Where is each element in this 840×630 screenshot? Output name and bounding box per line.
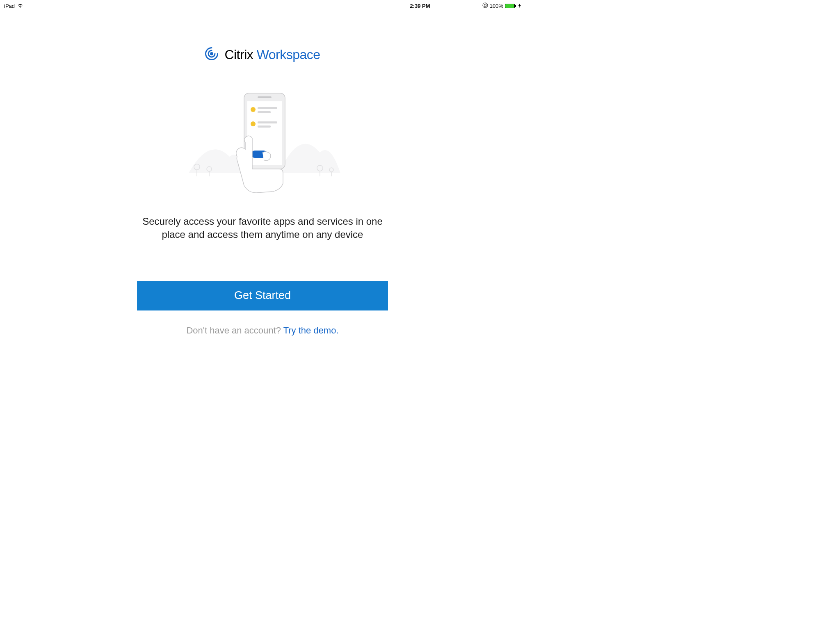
brand-text: Citrix Workspace xyxy=(224,47,320,62)
status-left: iPad xyxy=(4,3,23,9)
status-bar: iPad 2:39 PM 100% xyxy=(0,0,525,10)
svg-point-1 xyxy=(210,52,213,55)
hero-illustration xyxy=(176,87,349,195)
brand-citrix: Citrix xyxy=(224,47,253,62)
citrix-logo-icon xyxy=(205,47,219,62)
battery-percent: 100% xyxy=(490,3,503,9)
demo-prompt: Don't have an account? xyxy=(186,325,283,336)
svg-rect-12 xyxy=(258,96,272,98)
svg-rect-18 xyxy=(258,126,271,128)
battery-icon xyxy=(505,4,516,8)
main-content: Citrix Workspace xyxy=(0,10,525,336)
get-started-button[interactable]: Get Started xyxy=(137,281,388,310)
device-label: iPad xyxy=(4,3,15,9)
orientation-lock-icon xyxy=(482,2,488,9)
logo-row: Citrix Workspace xyxy=(205,47,320,62)
svg-point-0 xyxy=(483,3,488,8)
status-right: 100% xyxy=(482,2,521,9)
try-demo-link[interactable]: Try the demo. xyxy=(283,325,339,336)
brand-workspace: Workspace xyxy=(257,47,320,62)
description-text: Securely access your favorite apps and s… xyxy=(135,215,390,242)
svg-point-13 xyxy=(251,107,256,112)
svg-rect-15 xyxy=(258,111,271,113)
svg-rect-17 xyxy=(258,121,277,123)
svg-point-16 xyxy=(251,121,256,126)
svg-rect-14 xyxy=(258,107,277,109)
wifi-icon xyxy=(17,3,23,9)
demo-row: Don't have an account? Try the demo. xyxy=(186,325,338,336)
status-time: 2:39 PM xyxy=(410,3,430,9)
charging-icon xyxy=(518,3,521,9)
